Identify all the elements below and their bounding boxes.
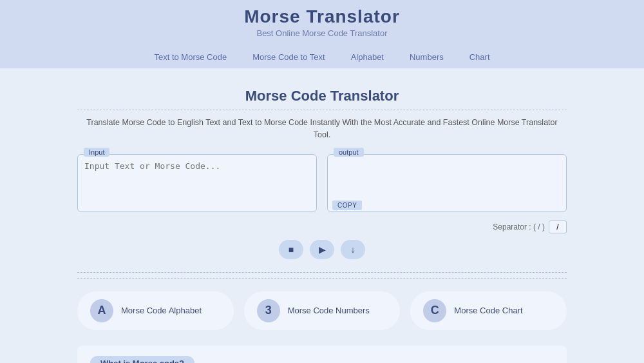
separator-row: Separator : ( / ) (77, 221, 567, 233)
download-icon: ↓ (351, 244, 355, 255)
input-label: Input (84, 148, 109, 157)
chart-label: Morse Code Chart (454, 306, 522, 315)
alphabet-icon: A (90, 299, 113, 322)
translator-area: Input output COPY (77, 154, 567, 214)
what-is-badge: What is Morse code? (90, 356, 194, 364)
info-cards: A Morse Code Alphabet 3 Morse Code Numbe… (77, 291, 567, 330)
nav-numbers[interactable]: Numbers (410, 52, 444, 62)
separator-label: Separator : ( / ) (493, 222, 545, 231)
input-wrapper: Input (77, 154, 317, 214)
divider-1 (77, 272, 567, 273)
copy-button[interactable]: COPY (332, 201, 362, 210)
top-divider (77, 110, 567, 110)
header-subtitle: Best Online Morse Code Translator (0, 28, 644, 38)
play-button[interactable]: ▶ (310, 240, 334, 259)
stop-icon: ■ (289, 244, 294, 255)
section-title: Morse Code Translator (77, 88, 567, 104)
play-icon: ▶ (319, 244, 326, 255)
what-is-section: What is Morse code? Morse code is a codi… (77, 346, 567, 364)
output-label: output (334, 148, 364, 157)
download-button[interactable]: ↓ (341, 240, 365, 259)
header: Morse Translator Best Online Morse Code … (0, 0, 644, 68)
nav-morse-to-text[interactable]: Morse Code to Text (252, 52, 325, 62)
output-textarea[interactable] (327, 154, 567, 212)
numbers-icon: 3 (257, 299, 280, 322)
nav-chart[interactable]: Chart (469, 52, 490, 62)
numbers-card[interactable]: 3 Morse Code Numbers (244, 291, 401, 330)
divider-2 (77, 278, 567, 279)
divider-section (77, 272, 567, 279)
nav-alphabet[interactable]: Alphabet (351, 52, 384, 62)
nav-text-to-morse[interactable]: Text to Morse Code (154, 52, 227, 62)
alphabet-label: Morse Code Alphabet (121, 306, 202, 315)
chart-card[interactable]: C Morse Code Chart (410, 291, 567, 330)
header-title: Morse Translator (0, 6, 644, 27)
input-textarea[interactable] (77, 154, 317, 212)
nav: Text to Morse Code Morse Code to Text Al… (0, 46, 644, 68)
action-buttons: ■ ▶ ↓ (77, 240, 567, 259)
alphabet-card[interactable]: A Morse Code Alphabet (77, 291, 234, 330)
output-wrapper: output COPY (327, 154, 567, 214)
stop-button[interactable]: ■ (279, 240, 303, 259)
numbers-label: Morse Code Numbers (288, 306, 370, 315)
chart-icon: C (423, 299, 446, 322)
description: Translate Morse Code to English Text and… (77, 117, 567, 141)
main-content: Morse Code Translator Translate Morse Co… (64, 68, 580, 363)
separator-input[interactable] (549, 221, 567, 233)
